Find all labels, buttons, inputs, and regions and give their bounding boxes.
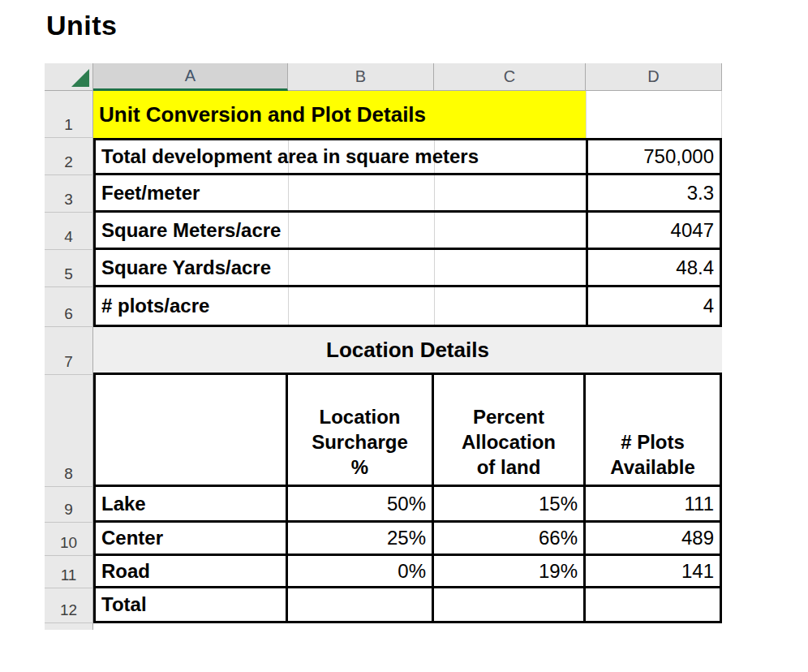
col-header-d[interactable]: D xyxy=(586,63,722,91)
cell-c10-value[interactable]: 66% xyxy=(434,523,586,556)
row-header-2[interactable]: 2 xyxy=(45,138,93,175)
cell-a4-label[interactable]: Square Meters/acre xyxy=(93,213,586,250)
cell-c8-header[interactable]: Percent Allocation of land xyxy=(434,375,586,487)
page-title: Units xyxy=(46,10,118,41)
row-header-partial-13[interactable] xyxy=(45,623,93,630)
row-header-5[interactable]: 5 xyxy=(45,250,93,287)
cell-b12-value[interactable] xyxy=(288,588,434,623)
cell-a11-label[interactable]: Road xyxy=(93,556,288,588)
row-header-10[interactable]: 10 xyxy=(45,523,93,556)
cell-a10-label[interactable]: Center xyxy=(93,523,288,556)
cell-b8-header[interactable]: Location Surcharge % xyxy=(288,375,434,487)
cell-c9-value[interactable]: 15% xyxy=(434,487,586,523)
col-header-a[interactable]: A xyxy=(93,63,288,91)
cell-d3-value[interactable]: 3.3 xyxy=(586,175,722,213)
cell-d4-value[interactable]: 4047 xyxy=(586,213,722,250)
cell-b11-value[interactable]: 0% xyxy=(288,556,434,588)
row-header-6[interactable]: 6 xyxy=(45,287,93,327)
row-header-9[interactable]: 9 xyxy=(45,487,93,523)
row-header-1[interactable]: 1 xyxy=(45,91,93,138)
cell-d6-value[interactable]: 4 xyxy=(586,287,722,327)
cell-a6-label[interactable]: # plots/acre xyxy=(93,287,586,327)
cell-d5-value[interactable]: 48.4 xyxy=(586,250,722,287)
cell-a9-label[interactable]: Lake xyxy=(93,487,288,523)
cell-a1-title[interactable]: Unit Conversion and Plot Details xyxy=(93,91,586,138)
cell-d12-value[interactable] xyxy=(586,588,722,623)
cell-a12-label[interactable]: Total xyxy=(93,588,288,623)
row-header-11[interactable]: 11 xyxy=(45,556,93,588)
cell-d2-value[interactable]: 750,000 xyxy=(586,138,722,175)
cell-c12-value[interactable] xyxy=(434,588,586,623)
col-header-b[interactable]: B xyxy=(288,63,434,91)
cell-d9-value[interactable]: 111 xyxy=(586,487,722,523)
cell-b10-value[interactable]: 25% xyxy=(288,523,434,556)
cell-d11-value[interactable]: 141 xyxy=(586,556,722,588)
cell-c11-value[interactable]: 19% xyxy=(434,556,586,588)
row-header-3[interactable]: 3 xyxy=(45,175,93,213)
row-header-4[interactable]: 4 xyxy=(45,213,93,250)
select-all-corner[interactable] xyxy=(45,63,93,91)
cell-a3-label[interactable]: Feet/meter xyxy=(93,175,586,213)
cell-a7-section-title[interactable]: Location Details xyxy=(93,327,722,375)
cell-d10-value[interactable]: 489 xyxy=(586,523,722,556)
cell-b9-value[interactable]: 50% xyxy=(288,487,434,523)
cell-d1-empty[interactable] xyxy=(586,91,722,138)
spreadsheet: A B C D 1 2 3 4 5 6 7 8 9 10 11 12 Unit … xyxy=(45,63,722,630)
col-header-c[interactable]: C xyxy=(434,63,586,91)
cell-a5-label[interactable]: Square Yards/acre xyxy=(93,250,586,287)
row-header-8[interactable]: 8 xyxy=(45,375,93,487)
select-all-triangle-icon xyxy=(71,69,89,87)
row-header-12[interactable]: 12 xyxy=(45,588,93,623)
cell-a2-label[interactable]: Total development area in square meters xyxy=(93,138,586,175)
row-header-7[interactable]: 7 xyxy=(45,327,93,375)
cell-a8-empty[interactable] xyxy=(93,375,288,487)
cell-d8-header[interactable]: # Plots Available xyxy=(586,375,722,487)
